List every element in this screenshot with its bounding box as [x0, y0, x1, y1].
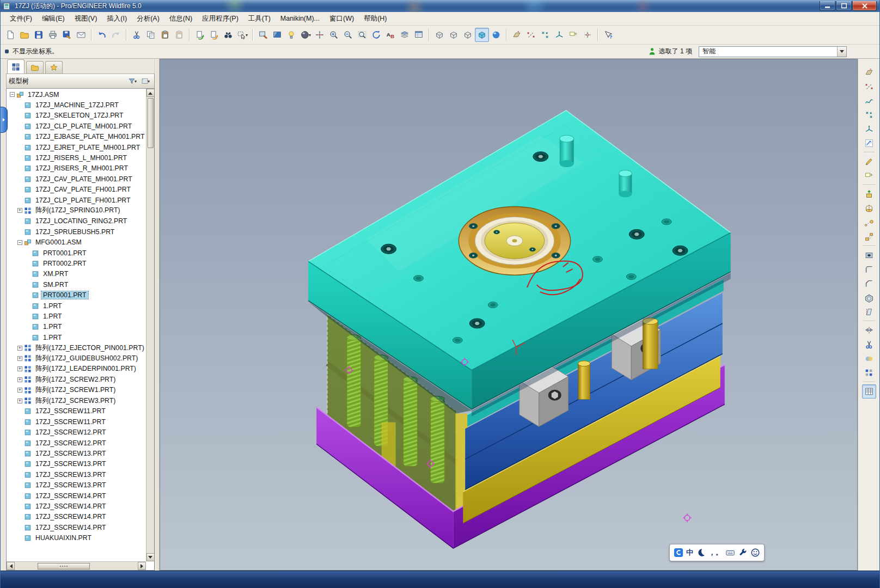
ime-toolbar[interactable]: 中，。	[669, 544, 765, 561]
ime-logo[interactable]	[674, 548, 683, 558]
tree-vertical-scrollbar[interactable]	[146, 89, 154, 561]
zoom-in-button[interactable]	[327, 28, 341, 42]
tree-item[interactable]: 1.PRT	[7, 311, 146, 321]
tree-item[interactable]: 17ZJ_CLP_PLATE_FH001.PRT	[7, 195, 146, 205]
chamfer-tool[interactable]	[862, 277, 876, 291]
tree-item[interactable]: 17ZJ_SSCREW14.PRT	[7, 522, 146, 532]
open-button[interactable]	[17, 28, 32, 42]
datum-axes-toggle[interactable]	[524, 28, 538, 42]
title-bar[interactable]: 17ZJ (活动的) - Pro/ENGINEER Wildfire 5.0	[1, 0, 879, 12]
tree-item[interactable]: 17ZJ_EJBASE_PLATE_MH001.PRT	[7, 132, 146, 142]
redo-button[interactable]	[109, 28, 123, 42]
tree-item[interactable]: 17ZJ_SSCREW14.PRT	[7, 501, 146, 511]
annotation-tool[interactable]	[862, 169, 876, 183]
datum-planes-toggle[interactable]	[510, 28, 524, 42]
annotation-display-toggle[interactable]	[566, 28, 580, 42]
tree-filters-button[interactable]: ▾	[126, 76, 139, 87]
tree-columns-button[interactable]: ▾	[139, 76, 152, 87]
tree-item[interactable]: 17ZJ_SSCREW11.PRT	[7, 406, 146, 416]
menu-item-1[interactable]: 编辑(E)	[37, 12, 70, 26]
pattern-tool[interactable]	[862, 366, 876, 380]
tree-item[interactable]: 17ZJ_SSCREW13.PRT	[7, 480, 146, 490]
expand-icon[interactable]: +	[17, 377, 22, 382]
reorient-button[interactable]	[369, 28, 383, 42]
expand-icon[interactable]: +	[17, 366, 22, 371]
select-box-button[interactable]: ▾	[235, 28, 249, 42]
realism-button[interactable]	[489, 28, 503, 42]
hole-tool[interactable]	[862, 248, 876, 262]
refit-button[interactable]	[355, 28, 369, 42]
tree-item[interactable]: 1.PRT	[7, 322, 146, 332]
menu-item-7[interactable]: 工具(T)	[243, 12, 276, 26]
spin-center-button[interactable]	[313, 28, 327, 42]
ime-emoji-button[interactable]	[750, 548, 760, 558]
datum-point-tool[interactable]	[862, 108, 876, 122]
tree-item[interactable]: 17ZJ_RISERS_L_MH001.PRT	[7, 152, 146, 163]
tree-item[interactable]: 17ZJ_EJRET_PLATE_MH001.PRT	[7, 142, 146, 152]
minimize-button[interactable]	[820, 1, 835, 11]
model-tree-tab[interactable]	[7, 59, 25, 74]
draft-tool[interactable]	[862, 305, 876, 319]
shading-button[interactable]	[270, 28, 284, 42]
tree-item[interactable]: 17ZJ_LOCATING_RING2.PRT	[7, 216, 146, 226]
zoom-out-button[interactable]	[341, 28, 355, 42]
layers-button[interactable]	[398, 28, 412, 42]
wireframe-button[interactable]	[432, 28, 447, 42]
tree-item[interactable]: 1.PRT	[7, 301, 146, 311]
expand-icon[interactable]: +	[17, 356, 22, 361]
hidden-line-button[interactable]	[447, 28, 461, 42]
vscroll-track[interactable]	[146, 97, 154, 553]
ime-keyboard-button[interactable]	[725, 548, 735, 558]
tree-item[interactable]: PRT0001.PRT	[7, 290, 146, 300]
ime-punctuation-toggle[interactable]: ，。	[708, 548, 723, 558]
tree-item[interactable]: −17ZJ.ASM	[7, 89, 146, 100]
annotation-ab-button[interactable]: AB	[383, 28, 398, 42]
menu-item-2[interactable]: 视图(V)	[70, 12, 102, 26]
view-manager-button[interactable]	[412, 28, 426, 42]
new-file-button[interactable]	[3, 28, 17, 42]
print-button[interactable]	[46, 28, 60, 42]
regen-manager-button[interactable]	[207, 28, 221, 42]
context-help-button[interactable]: ?	[601, 28, 615, 42]
render-style-button[interactable]: ▾	[298, 28, 313, 42]
style-tool[interactable]	[862, 155, 876, 169]
shaded-button[interactable]	[475, 28, 489, 42]
datum-csys-tool[interactable]	[862, 122, 876, 136]
repaint-button[interactable]	[256, 28, 270, 42]
selection-filter-combo[interactable]: 智能	[699, 46, 847, 57]
sketched-curve-tool[interactable]	[862, 94, 876, 108]
paste-special-button[interactable]	[172, 28, 186, 42]
menu-item-5[interactable]: 信息(N)	[164, 12, 197, 26]
no-hidden-button[interactable]	[461, 28, 475, 42]
datum-points-toggle[interactable]	[538, 28, 552, 42]
tree-item[interactable]: 17ZJ_SSCREW13.PRT	[7, 469, 146, 480]
tree-item[interactable]: 17ZJ_SPRUEBUSH5.PRT	[7, 226, 146, 237]
tree-item[interactable]: PRT0002.PRT	[7, 258, 146, 268]
tree-item[interactable]: 17ZJ_SSCREW13.PRT	[7, 448, 146, 458]
menu-item-9[interactable]: 窗口(W)	[325, 12, 359, 26]
tree-item[interactable]: 17ZJ_MACHINE_17ZJ.PRT	[7, 100, 146, 110]
hscroll-thumb[interactable]	[38, 563, 90, 569]
menu-item-10[interactable]: 帮助(H)	[359, 12, 392, 26]
tree-item[interactable]: HUAKUAIXIN.PRT	[7, 532, 146, 543]
regenerate-button[interactable]	[193, 28, 207, 42]
filter-dropdown-arrow[interactable]	[837, 47, 846, 57]
panel-splitter[interactable]	[155, 59, 160, 571]
ime-fullhalf-toggle[interactable]	[696, 548, 706, 558]
tree-item[interactable]: −MFG0001.ASM	[7, 237, 146, 247]
save-copy-button[interactable]	[60, 28, 74, 42]
vscroll-thumb[interactable]	[148, 98, 154, 148]
tree-horizontal-scrollbar[interactable]	[7, 561, 146, 570]
blend-tool[interactable]	[862, 230, 876, 244]
enhanced-realism-button[interactable]	[284, 28, 298, 42]
shell-tool[interactable]	[862, 291, 876, 305]
tree-item[interactable]: +阵列(17ZJ_LEADERPIN001.PRT)	[7, 364, 146, 374]
relations-table-tool[interactable]	[862, 384, 876, 399]
tree-item[interactable]: 17ZJ_CLP_PLATE_MH001.PRT	[7, 121, 146, 131]
tree-item[interactable]: +阵列(17ZJ_EJECTOR_PIN001.PRT)	[7, 342, 146, 353]
copy-button[interactable]	[144, 28, 158, 42]
trim-tool[interactable]	[862, 338, 876, 352]
tree-item[interactable]: 17ZJ_RISERS_R_MH001.PRT	[7, 163, 146, 174]
favorites-tab[interactable]	[45, 61, 63, 74]
save-button[interactable]	[32, 28, 46, 42]
